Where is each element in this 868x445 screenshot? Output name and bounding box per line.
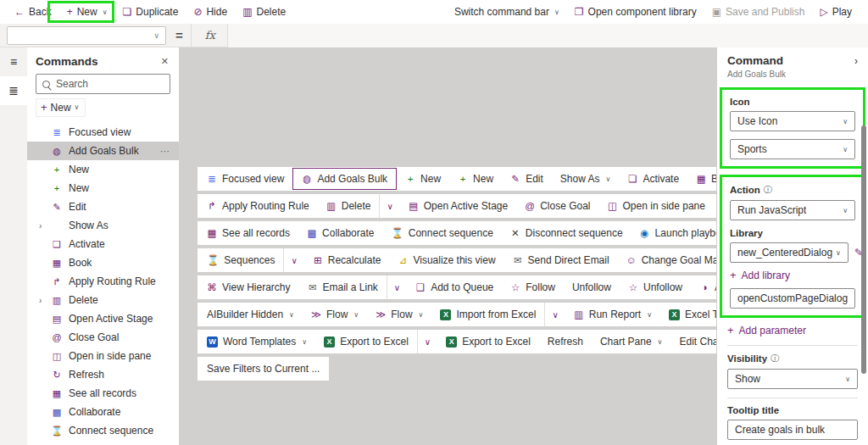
open-component-library-button[interactable]: ❐ Open component library bbox=[567, 0, 704, 24]
search-input[interactable]: Search bbox=[36, 74, 170, 94]
command-button-label: Follow bbox=[526, 281, 555, 293]
library-select[interactable]: new_CenteredDialog ∨ bbox=[730, 242, 849, 263]
hide-button[interactable]: ⊘ Hide bbox=[186, 0, 235, 24]
command-button[interactable]: ▥Run Report∨ bbox=[565, 303, 660, 326]
command-button[interactable]: ✕Disconnect sequence bbox=[502, 221, 632, 245]
new-button[interactable]: + New ∨ bbox=[59, 0, 115, 24]
command-list-item[interactable]: ✕ Disconnect sequence bbox=[27, 440, 179, 445]
command-button[interactable]: ▤Open Active Stage bbox=[400, 194, 516, 218]
command-button[interactable]: WWord Templates∨ bbox=[198, 330, 315, 353]
delete-button[interactable]: ▥ Delete bbox=[235, 0, 293, 24]
command-list-item[interactable]: ⌛ Connect sequence bbox=[27, 421, 179, 440]
command-button[interactable]: ▩Collaborate bbox=[298, 221, 382, 245]
element-selector-dropdown[interactable]: ∨ bbox=[7, 26, 166, 45]
command-button[interactable]: ☆Unfollow bbox=[620, 275, 691, 299]
command-list-item[interactable]: › ▥ Delete bbox=[27, 291, 179, 309]
overflow-chevron-button[interactable]: ∨ bbox=[283, 248, 303, 272]
icon-select[interactable]: Sports ∨ bbox=[730, 139, 855, 159]
command-list-item[interactable]: ↻ Refresh bbox=[27, 365, 179, 384]
formula-input[interactable] bbox=[227, 24, 868, 47]
command-button[interactable]: @Close Goal bbox=[516, 194, 598, 218]
more-options-icon[interactable]: ⋯ bbox=[160, 146, 179, 157]
command-button[interactable]: ⌛Sequences bbox=[198, 248, 283, 272]
overflow-chevron-button[interactable]: ∨ bbox=[379, 194, 399, 218]
add-library-link[interactable]: + Add library bbox=[730, 269, 855, 281]
duplicate-button[interactable]: ❏ Duplicate bbox=[115, 0, 186, 24]
command-list-item[interactable]: ▩ Collaborate bbox=[27, 403, 179, 421]
menu-button[interactable]: ≡ bbox=[0, 47, 27, 76]
command-button[interactable]: ⌛Connect sequence bbox=[382, 221, 501, 245]
command-button[interactable]: ⊿Visualize this view bbox=[389, 248, 504, 272]
action-select[interactable]: Run JavaScript ∨ bbox=[730, 200, 855, 220]
command-list-item[interactable]: ▤ Open Active Stage bbox=[27, 309, 179, 328]
command-button[interactable]: ❑Add to Queue bbox=[407, 275, 502, 299]
command-button[interactable]: Show As∨ bbox=[552, 167, 620, 191]
command-button[interactable]: XExport to Excel bbox=[315, 330, 417, 353]
close-icon[interactable]: ✕ bbox=[159, 56, 170, 67]
command-button[interactable]: AIBuilder Hidden∨ bbox=[198, 303, 303, 326]
command-button[interactable]: XExport to Excel bbox=[437, 330, 539, 353]
command-button[interactable]: ✉Send Direct Email bbox=[504, 248, 618, 272]
command-button[interactable]: ⌘View Hierarchy bbox=[198, 275, 298, 299]
command-button[interactable]: Chart Pane∨ bbox=[592, 330, 671, 353]
command-button[interactable]: +New bbox=[449, 167, 502, 191]
command-button[interactable]: ◑AI Builder∨ bbox=[691, 275, 716, 299]
command-button[interactable]: XImport from Excel bbox=[431, 303, 544, 326]
command-list-item[interactable]: ✎ Edit bbox=[27, 197, 179, 216]
command-button[interactable]: Edit Chart bbox=[670, 330, 716, 353]
command-button[interactable]: ☺Change Goal Manager bbox=[618, 248, 716, 272]
command-button-label: Connect sequence bbox=[409, 227, 493, 239]
command-button[interactable]: ◍Add Goals Bulk bbox=[292, 168, 397, 190]
command-button[interactable]: Refresh bbox=[539, 330, 592, 353]
overflow-chevron-button[interactable]: ∨ bbox=[417, 330, 437, 353]
command-list-item[interactable]: ◫ Open in side pane bbox=[27, 347, 179, 365]
command-button[interactable]: ❏Activate bbox=[619, 167, 687, 191]
play-button[interactable]: ▷ Play bbox=[812, 0, 860, 24]
command-button[interactable]: Save Filters to Current ... bbox=[198, 357, 328, 381]
function-name-input[interactable]: openCustomPageDialog bbox=[730, 288, 855, 309]
panel-scrollbar[interactable] bbox=[861, 125, 866, 374]
command-list-item[interactable]: ◍ Add Goals Bulk ⋯ bbox=[27, 142, 179, 160]
command-list-item[interactable]: ▦ Book bbox=[27, 253, 179, 272]
command-button[interactable]: ≫Flow∨ bbox=[367, 303, 431, 326]
tree-view-button[interactable]: ≣ bbox=[0, 76, 27, 105]
command-button[interactable]: ◉Launch playbook bbox=[632, 221, 716, 245]
command-button[interactable]: ▦Book bbox=[687, 167, 716, 191]
command-button[interactable]: ≫Flow∨ bbox=[303, 303, 367, 326]
command-button-label: Edit bbox=[526, 173, 543, 185]
command-list-item[interactable]: ❏ Activate bbox=[27, 235, 179, 253]
command-list-item[interactable]: ▦ See all records bbox=[27, 384, 179, 403]
command-button[interactable]: ✎Edit bbox=[502, 167, 552, 191]
command-button[interactable]: ▦See all records bbox=[198, 221, 298, 245]
command-list-item[interactable]: › Show As bbox=[27, 216, 179, 235]
info-icon: ⓘ bbox=[771, 353, 779, 364]
command-button[interactable]: ◫Open in side pane bbox=[599, 194, 714, 218]
command-button[interactable]: ✉Email a Link bbox=[298, 275, 386, 299]
save-and-publish-button[interactable]: ▣ Save and Publish bbox=[704, 0, 813, 24]
switch-command-bar-button[interactable]: Switch command bar ∨ bbox=[447, 0, 567, 24]
command-button[interactable]: ▥Delete bbox=[318, 194, 380, 218]
visibility-select[interactable]: Show ∨ bbox=[727, 369, 858, 389]
icon-type-select[interactable]: Use Icon ∨ bbox=[730, 111, 855, 131]
new-command-button[interactable]: + New ∨ bbox=[36, 98, 86, 117]
command-button[interactable]: ☆Follow bbox=[502, 275, 564, 299]
command-list-item[interactable]: ≣ Focused view bbox=[27, 123, 179, 142]
command-list-item[interactable]: ↱ Apply Routing Rule bbox=[27, 272, 179, 291]
command-button[interactable]: ↱Apply Routing Rule bbox=[198, 194, 318, 218]
command-button[interactable]: XExcel Templates∨ bbox=[660, 303, 716, 326]
command-list-item[interactable]: + New bbox=[27, 179, 179, 197]
command-list-item[interactable]: @ Close Goal bbox=[27, 328, 179, 347]
chevron-down-icon: ∨ bbox=[552, 310, 558, 320]
collapse-panel-icon[interactable]: › bbox=[854, 55, 858, 67]
tooltip-title-input[interactable]: Create goals in bulk bbox=[727, 420, 858, 440]
overflow-chevron-button[interactable]: ∨ bbox=[544, 303, 565, 326]
command-button[interactable]: ⊞Recalculate bbox=[304, 248, 390, 272]
back-button[interactable]: ← Back bbox=[7, 0, 59, 24]
add-parameter-link[interactable]: + Add parameter bbox=[727, 324, 858, 337]
overflow-chevron-button[interactable]: ∨ bbox=[387, 275, 407, 299]
command-list-item[interactable]: + New bbox=[27, 160, 179, 179]
command-button[interactable]: ≣Focused view bbox=[198, 167, 292, 191]
command-button[interactable]: Unfollow bbox=[564, 275, 620, 299]
chevron-down-icon: ∨ bbox=[289, 311, 294, 319]
command-button[interactable]: +New bbox=[397, 167, 449, 191]
